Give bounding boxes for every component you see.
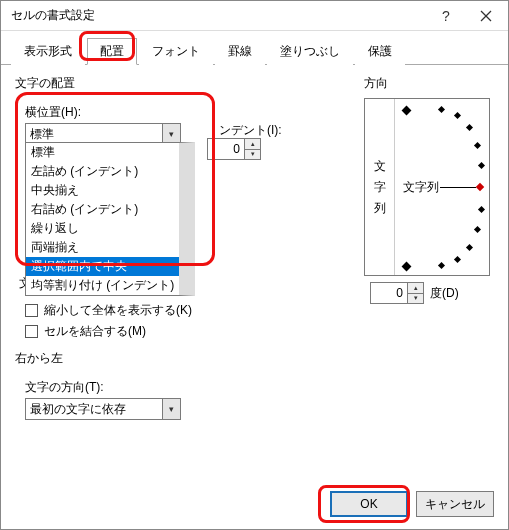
horizontal-combo-value: 標準 bbox=[26, 126, 162, 143]
chevron-down-icon: ▾ bbox=[162, 124, 180, 144]
orientation-legend: 方向 bbox=[364, 76, 388, 90]
option-left-indent[interactable]: 左詰め (インデント) bbox=[26, 162, 179, 181]
degree-value: 0 bbox=[371, 286, 407, 300]
dial-line bbox=[440, 187, 476, 188]
dial-text: 文字列 bbox=[403, 179, 439, 196]
spinner-buttons[interactable]: ▴▾ bbox=[244, 139, 260, 159]
tab-number[interactable]: 表示形式 bbox=[11, 38, 85, 65]
vert-char: 列 bbox=[374, 200, 386, 217]
format-cells-dialog: セルの書式設定 ? 表示形式 配置 フォント 罫線 塗りつぶし 保護 文字の配置… bbox=[0, 0, 509, 530]
option-center[interactable]: 中央揃え bbox=[26, 181, 179, 200]
text-direction-combo[interactable]: 最初の文字に依存 ▾ bbox=[25, 398, 181, 420]
degree-spinner[interactable]: 0 ▴▾ bbox=[370, 282, 424, 304]
option-center-across[interactable]: 選択範囲内で中央 bbox=[26, 257, 179, 276]
option-repeat[interactable]: 繰り返し bbox=[26, 219, 179, 238]
orientation-vertical-button[interactable]: 文 字 列 bbox=[365, 99, 395, 275]
shrink-label: 縮小して全体を表示する(K) bbox=[44, 302, 192, 319]
tab-strip: 表示形式 配置 フォント 罫線 塗りつぶし 保護 bbox=[1, 31, 508, 65]
option-distributed[interactable]: 均等割り付け (インデント) bbox=[26, 276, 179, 295]
tab-protection[interactable]: 保護 bbox=[355, 38, 405, 65]
dialog-buttons: OK キャンセル bbox=[330, 491, 494, 517]
dialog-content: 文字の配置 横位置(H): 標準 ▾ 標準 左詰め (インデント) 中央揃え 右… bbox=[1, 65, 508, 529]
title-bar: セルの書式設定 ? bbox=[1, 1, 508, 31]
rtl-group: 右から左 文字の方向(T): 最初の文字に依存 ▾ bbox=[15, 350, 494, 420]
ok-label: OK bbox=[360, 497, 377, 511]
tab-fill[interactable]: 塗りつぶし bbox=[267, 38, 353, 65]
indent-value: 0 bbox=[208, 142, 244, 156]
text-direction-label: 文字の方向(T): bbox=[25, 379, 494, 396]
horizontal-dropdown-list[interactable]: 標準 左詰め (インデント) 中央揃え 右詰め (インデント) 繰り返し 両端揃… bbox=[25, 142, 195, 296]
option-justify[interactable]: 両端揃え bbox=[26, 238, 179, 257]
tab-alignment[interactable]: 配置 bbox=[87, 38, 137, 65]
tab-font[interactable]: フォント bbox=[139, 38, 213, 65]
help-button[interactable]: ? bbox=[426, 2, 466, 30]
chevron-down-icon: ▾ bbox=[162, 399, 180, 419]
checkbox-icon bbox=[25, 304, 38, 317]
spinner-buttons[interactable]: ▴▾ bbox=[407, 283, 423, 303]
shrink-to-fit-checkbox[interactable]: 縮小して全体を表示する(K) bbox=[25, 302, 494, 319]
cancel-label: キャンセル bbox=[425, 496, 485, 513]
option-standard[interactable]: 標準 bbox=[26, 143, 179, 162]
degree-label: 度(D) bbox=[430, 285, 459, 302]
indent-label: ンデント(I): bbox=[219, 122, 282, 139]
cancel-button[interactable]: キャンセル bbox=[416, 491, 494, 517]
close-button[interactable] bbox=[466, 2, 506, 30]
orientation-dial[interactable]: 文字列 bbox=[395, 99, 489, 275]
rtl-legend: 右から左 bbox=[15, 350, 63, 367]
orientation-group: 方向 文 字 列 文字列 bbox=[364, 75, 490, 304]
merge-cells-checkbox[interactable]: セルを結合する(M) bbox=[25, 323, 494, 340]
tab-border[interactable]: 罫線 bbox=[215, 38, 265, 65]
dialog-title: セルの書式設定 bbox=[11, 7, 426, 24]
indent-spinner[interactable]: 0 ▴▾ bbox=[207, 138, 261, 160]
checkbox-icon bbox=[25, 325, 38, 338]
merge-label: セルを結合する(M) bbox=[44, 323, 146, 340]
text-alignment-legend: 文字の配置 bbox=[15, 75, 75, 92]
dial-indicator bbox=[476, 183, 484, 191]
orientation-box: 文 字 列 文字列 bbox=[364, 98, 490, 276]
ok-button[interactable]: OK bbox=[330, 491, 408, 517]
vert-char: 字 bbox=[374, 179, 386, 196]
option-right-indent[interactable]: 右詰め (インデント) bbox=[26, 200, 179, 219]
vert-char: 文 bbox=[374, 158, 386, 175]
text-direction-value: 最初の文字に依存 bbox=[26, 401, 162, 418]
